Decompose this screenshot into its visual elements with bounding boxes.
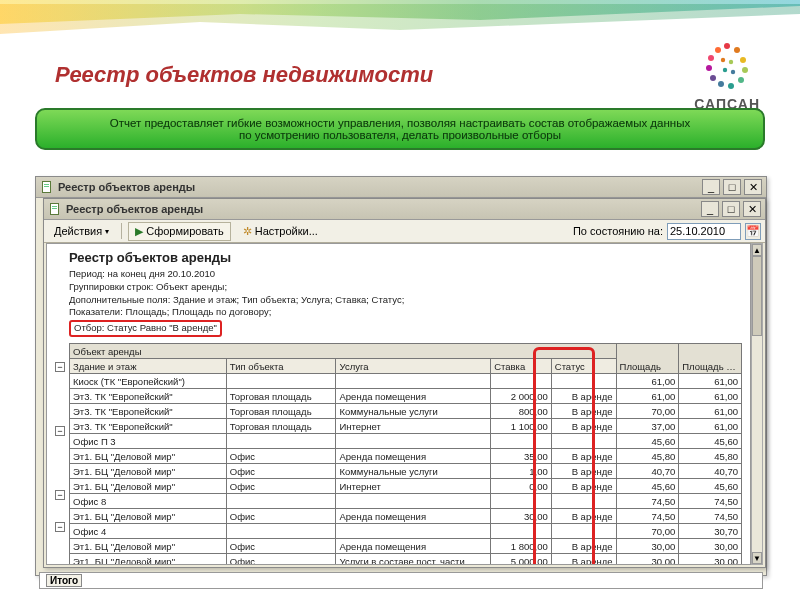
cell: Офис 4 [70,524,227,539]
cell: 30,00 [491,509,552,524]
svg-rect-16 [44,184,49,185]
table-row[interactable]: Эт1. БЦ "Деловой мир"ОфисАренда помещени… [70,509,742,524]
scroll-up-icon[interactable]: ▲ [752,244,762,256]
col-area: Площадь [616,344,679,374]
status-cell: В аренде [551,389,616,404]
cell: Эт3. ТК "Европейский" [70,419,227,434]
window-title-back: Реестр объектов аренды [58,181,195,193]
table-row[interactable]: Офис П 345,6045,60 [70,434,742,449]
cell: 45,80 [616,449,679,464]
table-row[interactable]: Киоск (ТК "Европейский")61,0061,00 [70,374,742,389]
tree-toggle[interactable]: − [55,426,65,436]
cell: 2 000,00 [491,389,552,404]
cell [491,374,552,389]
cell: Эт3. ТК "Европейский" [70,404,227,419]
cell: Услуги в составе пост. части [336,554,491,565]
table-row[interactable]: Эт1. БЦ "Деловой мир"ОфисКоммунальные ус… [70,464,742,479]
cell: 70,00 [616,524,679,539]
cell: Аренда помещения [336,539,491,554]
cell: 40,70 [679,464,742,479]
cell: 1,00 [491,464,552,479]
status-cell [551,434,616,449]
logo: САПСАН [694,40,760,112]
svg-point-12 [729,60,733,64]
cell: 74,50 [616,509,679,524]
cell: Эт1. БЦ "Деловой мир" [70,539,227,554]
maximize-button[interactable]: □ [723,179,741,195]
table-row[interactable]: Эт3. ТК "Европейский"Торговая площадьАре… [70,389,742,404]
cell: 40,70 [616,464,679,479]
settings-button[interactable]: ✲ Настройки... [237,223,324,240]
maximize-button[interactable]: □ [722,201,740,217]
cell: Эт1. БЦ "Деловой мир" [70,464,227,479]
scroll-thumb[interactable] [752,256,762,336]
cell: 74,50 [679,509,742,524]
cell: 61,00 [679,419,742,434]
col-rate: Ставка [491,359,552,374]
report-indicators: Показатели: Площадь; Площадь по договору… [69,306,742,319]
svg-point-10 [715,47,721,53]
cell: Офис [226,539,336,554]
generate-button[interactable]: ▶ Сформировать [128,222,231,241]
cell: 45,80 [679,449,742,464]
svg-point-11 [721,58,725,62]
cell: Эт1. БЦ "Деловой мир" [70,509,227,524]
svg-point-13 [723,68,727,72]
table-row[interactable]: Офис 470,0030,70 [70,524,742,539]
table-row[interactable]: Эт3. ТК "Европейский"Торговая площадьИнт… [70,419,742,434]
date-input[interactable] [667,223,741,240]
svg-point-14 [731,70,735,74]
back-total-label: Итого [46,574,82,587]
cell: 70,00 [616,404,679,419]
cell: 1 800,00 [491,539,552,554]
tree-toggle[interactable]: − [55,490,65,500]
chevron-down-icon: ▾ [105,227,109,236]
report-period: Период: на конец дня 20.10.2010 [69,268,742,281]
tree-toggle[interactable]: − [55,362,65,372]
tree-toggle[interactable]: − [55,522,65,532]
col-type: Тип объекта [226,359,336,374]
status-cell [551,494,616,509]
svg-rect-19 [52,206,57,207]
cell: Офис [226,449,336,464]
play-icon: ▶ [135,225,143,238]
close-button[interactable]: ✕ [743,201,761,217]
tree-handles: − − − − [55,426,69,556]
cell: 30,00 [679,539,742,554]
cell [226,434,336,449]
report-filter: Отбор: Статус Равно "В аренде" [69,320,222,337]
status-cell: В аренде [551,419,616,434]
doc-icon [40,180,54,194]
cell: 37,00 [616,419,679,434]
calendar-icon[interactable]: 📅 [745,223,761,240]
close-button[interactable]: ✕ [744,179,762,195]
minimize-button[interactable]: _ [701,201,719,217]
report-grouping: Группировки строк: Объект аренды; [69,281,742,294]
table-row[interactable]: Эт1. БЦ "Деловой мир"ОфисАренда помещени… [70,539,742,554]
info-banner: Отчет предоставляет гибкие возможности у… [35,108,765,150]
cell: Торговая площадь [226,389,336,404]
actions-label: Действия [54,225,102,237]
svg-point-6 [718,81,724,87]
table-row[interactable]: Эт3. ТК "Европейский"Торговая площадьКом… [70,404,742,419]
report-table: Объект аренды Площадь Площадь по договор… [69,343,742,565]
minimize-button[interactable]: _ [702,179,720,195]
toolbar: Действия ▾ ▶ Сформировать ✲ Настройки...… [44,220,765,243]
cell: Коммунальные услуги [336,464,491,479]
scrollbar-vertical[interactable]: ▲ ▼ [751,243,763,565]
status-cell: В аренде [551,509,616,524]
table-row[interactable]: Эт1. БЦ "Деловой мир"ОфисИнтернет0,00В а… [70,479,742,494]
svg-rect-17 [44,186,49,187]
cell: Офис П 3 [70,434,227,449]
cell: 45,60 [616,479,679,494]
cell [491,494,552,509]
status-cell [551,524,616,539]
table-row[interactable]: Офис 874,5074,50 [70,494,742,509]
scroll-down-icon[interactable]: ▼ [752,552,762,564]
col-service: Услуга [336,359,491,374]
table-row[interactable]: Эт1. БЦ "Деловой мир"ОфисАренда помещени… [70,449,742,464]
actions-menu[interactable]: Действия ▾ [48,223,115,239]
cell [336,374,491,389]
cell: 45,60 [679,434,742,449]
table-row[interactable]: Эт1. БЦ "Деловой мир"ОфисУслуги в состав… [70,554,742,565]
